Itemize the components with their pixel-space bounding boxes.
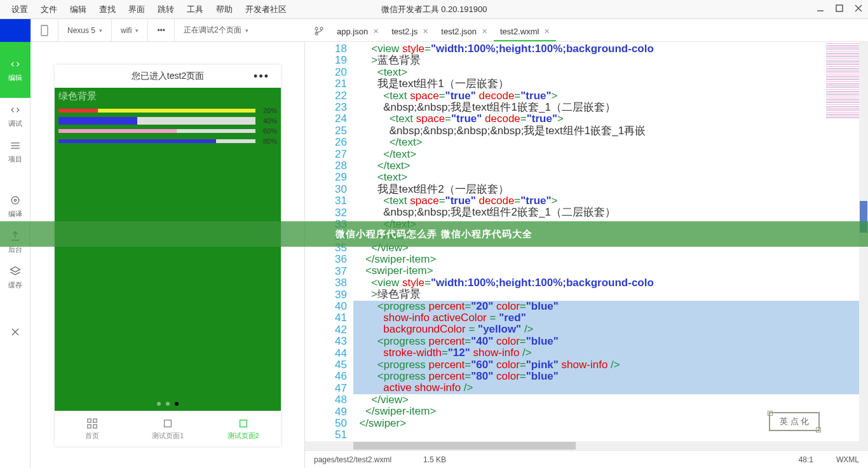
network-select[interactable]: wifi▾ [111, 19, 147, 41]
progress-bar: 20% [58, 106, 277, 115]
close-tab-icon[interactable]: ✕ [373, 27, 379, 36]
svg-rect-16 [93, 418, 97, 422]
svg-rect-17 [88, 424, 91, 427]
left-rail: 编辑 调试 项目 编译 后台 缓存 [0, 42, 31, 468]
device-picker[interactable] [31, 19, 58, 41]
svg-marker-12 [10, 266, 20, 272]
maximize-icon[interactable] [834, 3, 845, 14]
horizontal-scrollbar[interactable] [305, 441, 868, 450]
tab-test1[interactable]: 测试页面1 [130, 411, 206, 446]
progress-bar: 60% [58, 127, 277, 135]
rail-cache[interactable]: 缓存 [0, 259, 31, 295]
editor-tab[interactable]: test2.json✕ [435, 23, 494, 41]
rail-project[interactable]: 项目 [0, 134, 31, 169]
chip-icon [162, 418, 173, 429]
svg-rect-20 [240, 420, 247, 427]
svg-rect-18 [93, 424, 97, 427]
rail-edit[interactable]: 编辑 [0, 42, 31, 98]
debug-icon [9, 104, 22, 116]
tab-test2[interactable]: 测试页面2 [205, 411, 281, 446]
progress-bar: 40% [58, 116, 277, 125]
svg-rect-15 [88, 418, 91, 422]
layers-icon [9, 265, 22, 278]
menu-item[interactable]: 工具 [180, 4, 210, 15]
watermark-banner: 微信小程序代码怎么弄 微信小程序代码大全 [0, 221, 868, 247]
editor-tab[interactable]: app.json✕ [330, 23, 385, 41]
grid-icon [86, 418, 98, 429]
minimize-icon[interactable] [815, 3, 826, 14]
status-bar: pages/test2/test2.wxml 1.5 KB 48:1 WXML [305, 450, 868, 468]
scroll-thumb[interactable] [353, 442, 576, 450]
svg-point-23 [320, 27, 323, 30]
bg-label: 绿色背景 [55, 88, 281, 105]
menu-item[interactable]: 界面 [122, 4, 151, 15]
watermark-stamp: 英 点 化 [769, 412, 820, 431]
svg-point-9 [14, 199, 16, 201]
debug-status[interactable]: 正在调试2个页面▾ [174, 19, 257, 41]
device-titlebar: 您已进入test2页面 ••• [55, 65, 281, 88]
svg-point-8 [11, 196, 19, 204]
more-icon[interactable]: ••• [147, 19, 174, 41]
rail-compile[interactable]: 编译 [0, 188, 31, 224]
rail-debug[interactable]: 调试 [0, 98, 31, 134]
device-tabbar: 首页 测试页面1 测试页面2 [55, 411, 281, 446]
svg-rect-4 [41, 25, 48, 36]
close-tab-icon[interactable]: ✕ [423, 27, 428, 36]
device-select[interactable]: Nexus 5▾ [58, 19, 111, 41]
menu-item[interactable]: 开发者社区 [239, 4, 293, 15]
compile-icon [9, 194, 22, 207]
menu-item[interactable]: 帮助 [210, 4, 239, 15]
device-frame: 您已进入test2页面 ••• 绿色背景 20% 40% 60% 80% 首页 … [55, 65, 281, 446]
svg-point-21 [315, 27, 318, 30]
close-icon[interactable] [853, 3, 864, 14]
language-mode[interactable]: WXML [836, 455, 859, 464]
menu-item[interactable]: 设置 [5, 4, 34, 15]
menu-item[interactable]: 编辑 [64, 4, 93, 15]
minimap[interactable] [826, 43, 862, 120]
svg-rect-1 [836, 5, 843, 11]
file-path: pages/test2/test2.wxml [314, 455, 391, 464]
close-tab-icon[interactable]: ✕ [544, 27, 550, 36]
branch-icon[interactable] [311, 24, 327, 39]
menu-item[interactable]: 查找 [93, 4, 122, 15]
menu-item[interactable]: 文件 [34, 4, 64, 15]
simulator-panel: 您已进入test2页面 ••• 绿色背景 20% 40% 60% 80% 首页 … [31, 42, 305, 468]
svg-rect-19 [165, 420, 172, 427]
close-icon [9, 326, 22, 338]
page-title: 您已进入test2页面 [132, 71, 204, 82]
device-content[interactable]: 绿色背景 20% 40% 60% 80% [55, 88, 281, 411]
chip-icon [238, 418, 249, 429]
editor-tab[interactable]: test2.wxml✕ [494, 23, 556, 41]
cursor-pos: 48:1 [799, 455, 813, 464]
tab-home[interactable]: 首页 [55, 411, 130, 446]
code-icon [9, 58, 22, 71]
menu-item[interactable]: 跳转 [151, 4, 180, 15]
close-tab-icon[interactable]: ✕ [482, 27, 487, 36]
pager-dots [157, 402, 179, 406]
editor-tab[interactable]: test2.js✕ [385, 23, 435, 41]
window-controls [815, 3, 864, 14]
rail-close[interactable] [0, 314, 31, 350]
app-title: 微信开发者工具 0.20.191900 [381, 4, 487, 15]
menu-icon [9, 139, 22, 152]
more-icon[interactable]: ••• [254, 70, 269, 83]
file-size: 1.5 KB [423, 455, 446, 464]
progress-bar: 80% [58, 137, 277, 146]
editor-tabs: app.json✕ test2.js✕ test2.json✕ test2.wx… [305, 19, 868, 42]
avatar-box[interactable] [0, 19, 31, 42]
